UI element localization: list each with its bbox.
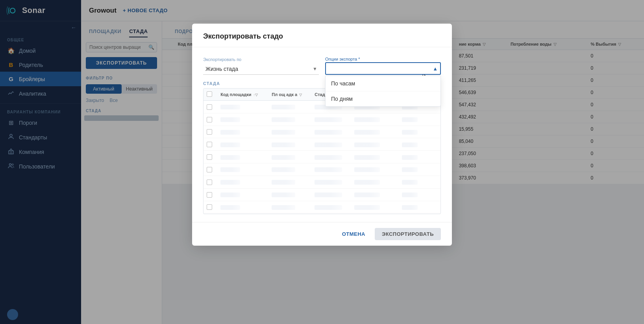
row-checkbox[interactable] [207, 154, 212, 160]
row-checkbox[interactable] [207, 192, 212, 198]
row-checkbox[interactable] [207, 129, 212, 135]
modal-body: Экспортировать по Жизнь стада По дням По… [192, 47, 452, 222]
modal-title: Экспортировать стадо [203, 32, 283, 40]
modal-table-wrapper[interactable]: Код площадки ↑▽ Пл ощ адк а ▽ Стадо ▽ Ко… [203, 88, 441, 214]
export-modal: ↖ Экспортировать стадо Экспортировать по… [192, 24, 452, 246]
modal-footer: ОТМЕНА ЭКСПОРТИРОВАТЬ [192, 222, 452, 246]
export-options-dropdown: По часам По дням [325, 76, 441, 107]
export-options-input[interactable] [325, 62, 441, 75]
modal-table-row [204, 126, 440, 138]
modal-export-button[interactable]: ЭКСПОРТИРОВАТЬ [375, 228, 441, 240]
row-checkbox[interactable] [207, 180, 212, 185]
header-checkbox[interactable] [207, 91, 212, 97]
row-checkbox[interactable] [207, 204, 212, 210]
modal-table-row [204, 201, 440, 213]
modal-table-row [204, 138, 440, 151]
modal-col-site-code: Код площадки ↑▽ [217, 89, 268, 101]
export-by-group: Экспортировать по Жизнь стада По дням По… [203, 57, 319, 75]
export-by-select[interactable]: Жизнь стада По дням По часам [203, 63, 319, 75]
dropdown-item-by-hours[interactable]: По часам [326, 76, 440, 91]
row-checkbox[interactable] [207, 142, 212, 147]
row-checkbox[interactable] [207, 117, 212, 122]
modal-table-row [204, 188, 440, 201]
modal-table-row [204, 163, 440, 176]
dropdown-item-by-days[interactable]: По дням [326, 91, 440, 106]
export-options-group: Опции экспорта * ▲ По часам По дням [325, 55, 441, 75]
modal-table-row [204, 213, 440, 214]
modal-table-row [204, 176, 440, 188]
modal-col-area: Пл ощ адк а ▽ [268, 89, 311, 101]
modal-col-check [204, 89, 217, 101]
row-checkbox[interactable] [207, 104, 212, 110]
row-checkbox[interactable] [207, 167, 212, 172]
export-by-label: Экспортировать по [203, 57, 319, 62]
modal-overlay: ↖ Экспортировать стадо Экспортировать по… [0, 0, 644, 324]
modal-table-row [204, 151, 440, 163]
export-options-label: Опции экспорта * [325, 57, 360, 61]
modal-form-row: Экспортировать по Жизнь стада По дням По… [203, 55, 441, 75]
modal-header: Экспортировать стадо [192, 24, 452, 47]
cancel-button[interactable]: ОТМЕНА [337, 229, 370, 239]
modal-data-table: Код площадки ↑▽ Пл ощ адк а ▽ Стадо ▽ Ко… [204, 89, 440, 214]
modal-table-row [204, 113, 440, 126]
